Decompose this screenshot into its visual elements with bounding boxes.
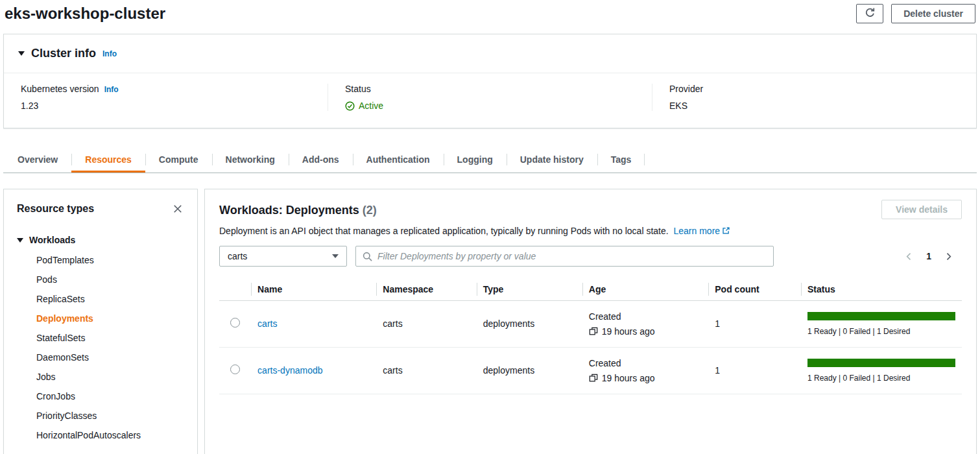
eks-cluster-page: eks-workshop-cluster Delete cluster Clus… (0, 0, 980, 454)
cell-status: 1 Ready | 0 Failed | 1 Desired (801, 347, 962, 394)
tab-networking[interactable]: Networking (212, 147, 289, 173)
header-actions: Delete cluster (856, 4, 975, 23)
cell-pod-count: 1 (708, 347, 801, 394)
cluster-info-body: Kubernetes version Info 1.23 Status (4, 73, 976, 128)
previous-page-icon[interactable] (905, 252, 913, 261)
resource-types-title: Resource types (17, 203, 94, 215)
field-provider: Provider EKS (652, 84, 976, 111)
cell-pod-count: 1 (708, 300, 801, 347)
next-page-icon[interactable] (944, 252, 953, 261)
sidebar-item-statefulsets[interactable]: StatefulSets (17, 328, 184, 348)
view-details-button[interactable]: View details (881, 200, 962, 219)
close-icon[interactable] (171, 202, 184, 215)
content-area: Resource types Workloads PodTemplates Po… (3, 189, 977, 454)
age-relative: 19 hours ago (602, 326, 655, 337)
status-active-icon (345, 101, 355, 111)
provider-value: EKS (669, 101, 959, 111)
tab-logging[interactable]: Logging (444, 147, 507, 173)
cluster-info-info-link[interactable]: Info (102, 49, 117, 58)
column-header-status[interactable]: Status (801, 278, 962, 300)
column-header-type[interactable]: Type (477, 278, 582, 300)
sidebar-item-priorityclasses[interactable]: PriorityClasses (17, 406, 184, 425)
search-icon (363, 252, 372, 261)
deployments-description: Deployment is an API object that manages… (219, 226, 962, 237)
status-text: 1 Ready | 0 Failed | 1 Desired (807, 374, 955, 383)
workloads-tree-items: PodTemplates Pods ReplicaSets Deployment… (17, 250, 184, 445)
sidebar-item-jobs[interactable]: Jobs (17, 367, 184, 387)
tab-resources[interactable]: Resources (71, 147, 145, 173)
learn-more-link[interactable]: Learn more (674, 226, 721, 236)
collapse-caret-icon (18, 51, 25, 56)
deployments-table: Name Namespace Type Age Pod count Status… (219, 278, 962, 394)
sidebar-item-replicasets[interactable]: ReplicaSets (17, 289, 184, 309)
table-header-row: Name Namespace Type Age Pod count Status (219, 278, 962, 300)
cell-status: 1 Ready | 0 Failed | 1 Desired (801, 300, 962, 347)
status-label: Status (345, 84, 371, 94)
kubernetes-version-value: 1.23 (21, 101, 311, 111)
column-header-namespace[interactable]: Namespace (376, 278, 476, 300)
deployments-count: (2) (363, 204, 377, 217)
page-header: eks-workshop-cluster Delete cluster (3, 0, 977, 27)
current-page[interactable]: 1 (926, 251, 931, 261)
deployment-link[interactable]: carts-dynamodb (257, 365, 322, 376)
search-box (355, 246, 774, 267)
workloads-caret-icon (17, 238, 23, 243)
cell-namespace: carts (376, 300, 476, 347)
status-bar (807, 359, 955, 367)
deployments-panel: Workloads: Deployments (2) View details … (204, 189, 977, 454)
table-row: carts-dynamodb carts deployments Created (219, 347, 962, 394)
cluster-info-panel: Cluster info Info Kubernetes version Inf… (3, 34, 977, 128)
provider-label: Provider (669, 84, 703, 94)
tab-update-history[interactable]: Update history (507, 147, 597, 173)
field-kubernetes-version: Kubernetes version Info 1.23 (4, 84, 328, 111)
tab-tags[interactable]: Tags (597, 147, 645, 173)
refresh-button[interactable] (856, 4, 883, 23)
sidebar-item-horizontalpodautoscalers[interactable]: HorizontalPodAutoscalers (17, 425, 184, 445)
field-status: Status Active (328, 84, 652, 111)
age-relative: 19 hours ago (602, 373, 655, 383)
age-created-label: Created (589, 358, 702, 368)
column-header-name[interactable]: Name (251, 278, 376, 300)
column-header-age[interactable]: Age (582, 278, 709, 300)
deployment-link[interactable]: carts (257, 318, 277, 329)
cell-namespace: carts (376, 347, 476, 394)
tab-compute[interactable]: Compute (145, 147, 212, 173)
delete-cluster-button[interactable]: Delete cluster (891, 4, 975, 23)
filter-row: carts 1 (219, 246, 962, 267)
sidebar-item-deployments[interactable]: Deployments (17, 309, 184, 328)
cluster-info-title: Cluster info (31, 47, 96, 60)
search-input[interactable] (377, 251, 767, 261)
page-title: eks-workshop-cluster (5, 5, 165, 23)
copy-icon[interactable] (589, 327, 598, 336)
select-column-header (219, 278, 251, 300)
status-bar (807, 312, 955, 320)
cell-age: Created 19 hours ago (582, 300, 709, 347)
sidebar-item-pods[interactable]: Pods (17, 270, 184, 289)
tab-add-ons[interactable]: Add-ons (289, 147, 353, 173)
sidebar-item-cronjobs[interactable]: CronJobs (17, 387, 184, 406)
tab-overview[interactable]: Overview (4, 147, 71, 173)
chevron-down-icon (332, 254, 339, 258)
refresh-icon (865, 7, 876, 20)
row-radio[interactable] (230, 364, 240, 374)
cluster-tabs: Overview Resources Compute Networking Ad… (3, 147, 977, 173)
age-created-label: Created (589, 311, 702, 322)
cell-age: Created 19 hours ago (582, 347, 709, 394)
column-header-pod-count[interactable]: Pod count (708, 278, 801, 300)
cell-type: deployments (477, 347, 582, 394)
cell-type: deployments (477, 300, 582, 347)
copy-icon[interactable] (589, 374, 598, 383)
kubernetes-version-info-link[interactable]: Info (104, 85, 119, 94)
tab-authentication[interactable]: Authentication (353, 147, 444, 173)
row-radio[interactable] (230, 318, 240, 328)
sidebar-item-daemonsets[interactable]: DaemonSets (17, 348, 184, 367)
tree-group-workloads[interactable]: Workloads (17, 235, 184, 245)
sidebar-item-podtemplates[interactable]: PodTemplates (17, 250, 184, 270)
cluster-info-header[interactable]: Cluster info Info (4, 34, 976, 73)
kubernetes-version-label: Kubernetes version (21, 84, 99, 94)
namespace-filter-dropdown[interactable]: carts (219, 246, 347, 267)
status-value: Active (359, 101, 383, 111)
workloads-group-label: Workloads (29, 235, 75, 245)
table-row: carts carts deployments Created (219, 300, 962, 347)
deployments-heading: Workloads: Deployments (2) (219, 200, 377, 217)
